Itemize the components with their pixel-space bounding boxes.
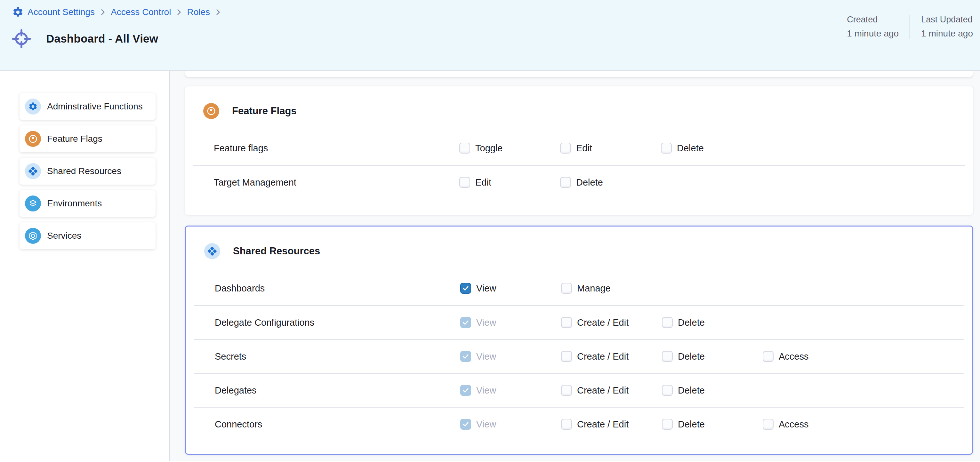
permission-label: Manage xyxy=(577,283,611,294)
permission-label: Access xyxy=(779,419,808,430)
page-title: Dashboard - All View xyxy=(46,32,158,45)
breadcrumb: Account SettingsAccess ControlRoles xyxy=(12,6,222,18)
toggle-checkbox[interactable] xyxy=(459,143,470,154)
permission-label: Toggle xyxy=(475,143,503,154)
view-checkbox[interactable] xyxy=(460,385,471,396)
delete-checkbox[interactable] xyxy=(661,143,672,154)
permission-row-feature-flags: Feature flagsToggleEditDelete xyxy=(192,131,965,165)
breadcrumb-link-roles[interactable]: Roles xyxy=(187,7,210,17)
permission-edit: Edit xyxy=(459,177,560,188)
permission-delete: Delete xyxy=(661,143,762,154)
partial-card xyxy=(185,71,973,77)
card-header: Shared Resources xyxy=(186,227,972,259)
view-checkbox[interactable] xyxy=(460,317,471,328)
permission-label: Create / Edit xyxy=(577,318,628,328)
view-checkbox[interactable] xyxy=(460,283,471,294)
resource-label: Delegate Configurations xyxy=(215,318,460,328)
permission-delete: Delete xyxy=(662,419,763,430)
body-row: Adminstrative FunctionsFeature FlagsShar… xyxy=(0,71,980,461)
sidebar-item-shared-resources[interactable]: Shared Resources xyxy=(19,158,156,184)
permission-manage: Manage xyxy=(561,283,662,294)
sidebar-item-services[interactable]: Services xyxy=(19,222,156,249)
card-feature-flags: Feature FlagsFeature flagsToggleEditDele… xyxy=(185,86,973,215)
create-edit-checkbox[interactable] xyxy=(561,351,572,362)
permission-label: View xyxy=(476,419,496,430)
card-header: Feature Flags xyxy=(185,86,973,119)
permission-label: Edit xyxy=(576,143,592,154)
created-label: Created xyxy=(847,15,899,25)
permission-label: Create / Edit xyxy=(577,419,628,430)
permission-view: View xyxy=(460,317,561,328)
permission-delete: Delete xyxy=(662,351,763,362)
permission-toggle: Toggle xyxy=(459,143,560,154)
sidebar-item-feature-flags[interactable]: Feature Flags xyxy=(19,125,156,152)
diamond-icon xyxy=(25,163,41,179)
delete-checkbox[interactable] xyxy=(662,385,673,396)
card-shared-resources: Shared ResourcesDashboardsViewManageDele… xyxy=(185,225,973,455)
meta-divider xyxy=(910,15,910,39)
permission-create-edit: Create / Edit xyxy=(561,419,662,430)
gear-icon xyxy=(12,6,24,18)
sidebar-item-label: Adminstrative Functions xyxy=(47,102,143,112)
delete-checkbox[interactable] xyxy=(662,317,673,328)
permission-label: Delete xyxy=(678,318,705,328)
main-content: Feature FlagsFeature flagsToggleEditDele… xyxy=(170,71,980,461)
permission-delete: Delete xyxy=(560,177,661,188)
breadcrumb-link-account-settings[interactable]: Account Settings xyxy=(27,7,95,17)
delete-checkbox[interactable] xyxy=(662,351,673,362)
permission-label: Access xyxy=(779,351,808,362)
access-checkbox[interactable] xyxy=(763,419,773,430)
card-title: Shared Resources xyxy=(233,245,320,257)
permission-label: Delete xyxy=(678,419,705,430)
created-meta: Created 1 minute ago xyxy=(847,15,899,39)
meta-panel: Created 1 minute ago Last Updated 1 minu… xyxy=(847,15,973,39)
resource-label: Secrets xyxy=(215,351,460,362)
permission-label: Create / Edit xyxy=(577,385,628,396)
permission-cards: Feature FlagsFeature flagsToggleEditDele… xyxy=(185,86,973,455)
permission-row-connectors: ConnectorsViewCreate / EditDeleteAccess xyxy=(194,407,964,441)
create-edit-checkbox[interactable] xyxy=(561,385,572,396)
resource-label: Dashboards xyxy=(215,283,460,294)
permission-label: View xyxy=(476,351,496,362)
sidebar-item-label: Services xyxy=(47,231,81,241)
create-edit-checkbox[interactable] xyxy=(561,317,572,328)
resource-label: Feature flags xyxy=(214,143,459,154)
permission-view: View xyxy=(460,283,561,294)
sidebar-item-environments[interactable]: Environments xyxy=(19,190,156,217)
permission-row-target-management: Target ManagementEditDelete xyxy=(192,165,965,199)
flag-icon xyxy=(203,103,219,119)
view-checkbox[interactable] xyxy=(460,351,471,362)
permission-row-secrets: SecretsViewCreate / EditDeleteAccess xyxy=(194,339,964,373)
delete-checkbox[interactable] xyxy=(560,177,571,188)
permission-label: Delete xyxy=(678,351,705,362)
access-checkbox[interactable] xyxy=(763,351,773,362)
edit-checkbox[interactable] xyxy=(560,143,571,154)
manage-checkbox[interactable] xyxy=(561,283,572,294)
permission-view: View xyxy=(460,385,561,396)
crosshair-icon xyxy=(11,28,32,49)
sidebar-item-label: Feature Flags xyxy=(47,134,102,144)
permission-row-dashboards: DashboardsViewManage xyxy=(194,271,964,305)
permission-view: View xyxy=(460,351,561,362)
permission-edit: Edit xyxy=(560,143,661,154)
permission-access: Access xyxy=(763,419,864,430)
permission-delete: Delete xyxy=(662,317,763,328)
resource-label: Connectors xyxy=(215,419,460,430)
permission-access: Access xyxy=(763,351,864,362)
delete-checkbox[interactable] xyxy=(662,419,673,430)
diamond-icon xyxy=(204,243,220,259)
create-edit-checkbox[interactable] xyxy=(561,419,572,430)
breadcrumb-link-access-control[interactable]: Access Control xyxy=(111,7,171,17)
last-updated-label: Last Updated xyxy=(921,15,973,25)
permission-label: Delete xyxy=(576,177,603,188)
view-checkbox[interactable] xyxy=(460,419,471,430)
permission-row-delegate-configurations: Delegate ConfigurationsViewCreate / Edit… xyxy=(194,305,964,339)
sidebar-item-label: Shared Resources xyxy=(47,166,121,176)
permission-create-edit: Create / Edit xyxy=(561,351,662,362)
edit-checkbox[interactable] xyxy=(459,177,470,188)
sidebar-item-adminstrative-functions[interactable]: Adminstrative Functions xyxy=(19,93,156,120)
permission-delete: Delete xyxy=(662,385,763,396)
sidebar-item-label: Environments xyxy=(47,198,102,209)
chevron-right-icon xyxy=(175,8,183,16)
card-title: Feature Flags xyxy=(232,105,297,117)
